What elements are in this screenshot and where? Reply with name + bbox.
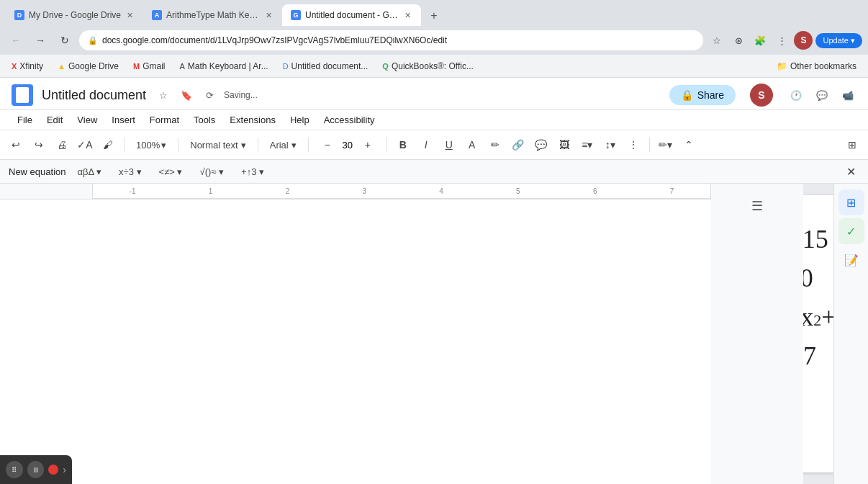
menu-help[interactable]: Help (284, 112, 315, 128)
history-icon[interactable]: 🕐 (787, 86, 805, 104)
redo-button[interactable]: ↪ (29, 135, 49, 155)
star-docs-icon[interactable]: ☆ (155, 86, 172, 104)
font-size-increase[interactable]: + (358, 135, 378, 155)
more-tb-button[interactable]: ⋮ (623, 135, 643, 155)
video-icon[interactable]: 📹 (839, 86, 856, 104)
notes-panel-icon[interactable]: 📝 (838, 247, 864, 273)
math-label: Math Keyboard | Ar... (188, 61, 268, 71)
share-button[interactable]: 🔒 Share (669, 85, 736, 105)
menu-format[interactable]: Format (144, 112, 185, 128)
tab-drive-close[interactable]: ✕ (125, 9, 135, 22)
xfinity-favicon: X (12, 62, 17, 71)
docs-logo (12, 84, 33, 106)
style-dropdown[interactable]: Normal text ▾ (184, 137, 251, 153)
menu-tools[interactable]: Tools (188, 112, 221, 128)
grid-icon[interactable]: ⠿ (6, 461, 23, 478)
outline-icon[interactable]: ☰ (751, 198, 763, 214)
bookmark-icon[interactable]: ⊛ (729, 31, 748, 50)
bookmark-untitled[interactable]: D Untitled document... (277, 58, 374, 74)
extension-icon[interactable]: 🧩 (751, 31, 769, 50)
doc-page-area[interactable]: 9+6=15 27≈30 f(x)=x2+5x+4 x=±√7 (803, 184, 833, 484)
tab-docs[interactable]: G Untitled document - Google Doc... ✕ (282, 4, 421, 26)
tab-drive[interactable]: D My Drive - Google Drive ✕ (6, 4, 143, 26)
menu-accessibility[interactable]: Accessibility (318, 112, 381, 128)
font-dropdown[interactable]: Arial ▾ (264, 137, 302, 153)
bookmark-xfinity[interactable]: X Xfinity (6, 58, 49, 74)
tab-arithtype[interactable]: A ArithmeType Math Keyboard - G... ✕ (143, 4, 282, 26)
bookmark-math[interactable]: A Math Keyboard | Ar... (173, 58, 273, 74)
more-icon[interactable]: ⋮ (772, 31, 791, 50)
menu-edit[interactable]: Edit (41, 112, 68, 128)
menu-insert[interactable]: Insert (106, 112, 141, 128)
saving-text: Saving... (224, 90, 258, 100)
tasks-panel-icon[interactable]: ✓ (838, 218, 864, 244)
comment-button[interactable]: 💬 (531, 135, 551, 155)
spellcheck-button[interactable]: ✓A (75, 135, 95, 155)
tab-arithtype-close[interactable]: ✕ (264, 9, 273, 22)
untitled-bm-label: Untitled document... (291, 61, 369, 71)
comment-icon[interactable]: 💬 (813, 86, 831, 104)
tab-docs-close[interactable]: ✕ (403, 9, 412, 22)
image-button[interactable]: 🖼 (554, 135, 574, 155)
italic-button[interactable]: I (416, 135, 436, 155)
eq-label: New equation (9, 166, 66, 177)
zoom-dropdown[interactable]: 100% ▾ (130, 138, 172, 152)
tab-arithtype-favicon: A (152, 10, 162, 20)
bookmark-drive[interactable]: ▲ Google Drive (52, 58, 125, 74)
record-button[interactable] (48, 465, 58, 475)
align-button[interactable]: ≡▾ (577, 135, 597, 155)
eq-arrows-button[interactable]: +↑3 ▾ (235, 164, 270, 179)
text-color-button[interactable]: A (462, 135, 482, 155)
font-size-decrease[interactable]: − (317, 135, 338, 155)
equation-bar: New equation αβΔ ▾ x÷3 ▾ <≠> ▾ √()≈ ▾ +↑… (0, 160, 868, 184)
profile-avatar[interactable]: S (794, 31, 813, 50)
paint-format-button[interactable]: 🖌 (98, 135, 118, 155)
undo-button[interactable]: ↩ (6, 135, 26, 155)
math-favicon: A (179, 62, 184, 71)
zoom-value: 100% (136, 140, 160, 151)
collapse-toolbar-button[interactable]: ⌃ (679, 135, 699, 155)
header-icons: ☆ 🔖 ⟳ Saving... (155, 86, 258, 104)
tab-bar: D My Drive - Google Drive ✕ A ArithmeTyp… (0, 0, 868, 26)
user-avatar[interactable]: S (750, 84, 773, 107)
eq-close-button[interactable]: ✕ (842, 163, 859, 180)
editing-mode-button[interactable]: ✏▾ (656, 135, 676, 155)
highlight-button[interactable]: ✏ (485, 135, 505, 155)
new-tab-button[interactable]: + (424, 6, 444, 26)
menu-view[interactable]: View (71, 112, 103, 128)
underline-button[interactable]: U (439, 135, 459, 155)
eq-math-button[interactable]: √()≈ ▾ (194, 164, 230, 179)
forward-button[interactable]: → (30, 30, 50, 50)
eq-greek-button[interactable]: αβΔ ▾ (72, 164, 108, 179)
back-button[interactable]: ← (6, 30, 26, 50)
separator-2 (178, 138, 178, 152)
sheets-panel-icon[interactable]: ⊞ (838, 189, 864, 215)
bookmark-docs-icon[interactable]: 🔖 (178, 86, 195, 104)
cursor-line (803, 380, 833, 414)
bookmark-quickbooks[interactable]: Q QuickBooks®: Offic... (376, 58, 479, 74)
play-pause-button[interactable]: ⏸ (27, 461, 45, 478)
bookmark-gmail[interactable]: M Gmail (127, 58, 171, 74)
eq-relations-button[interactable]: x÷3 ▾ (113, 164, 147, 179)
link-button[interactable]: 🔗 (508, 135, 528, 155)
drive-label: Google Drive (68, 61, 119, 71)
menu-extensions[interactable]: Extensions (224, 112, 281, 128)
address-bar[interactable]: 🔒 docs.google.com/document/d/1LVqJrp9Owv… (79, 30, 703, 50)
media-bar: ⠿ ⏸ › (0, 455, 72, 484)
refresh-button[interactable]: ↻ (55, 30, 75, 50)
menu-file[interactable]: File (12, 112, 38, 128)
spacing-button[interactable]: ↕▾ (600, 135, 620, 155)
print-button[interactable]: 🖨 (52, 135, 72, 155)
right-sidebar: ⊞ ✓ 📝 (833, 184, 868, 484)
star-icon[interactable]: ☆ (707, 31, 726, 50)
autosave-icon[interactable]: ⟳ (201, 86, 218, 104)
right-panel-toggle[interactable]: ⊞ (842, 135, 862, 155)
expand-media-arrow[interactable]: › (63, 464, 66, 475)
update-button[interactable]: Update ▾ (815, 33, 862, 48)
eq-compare-button[interactable]: <≠> ▾ (153, 164, 189, 179)
gmail-favicon: M (133, 62, 140, 71)
math-line-1: 9+6=15 (803, 224, 833, 254)
pause-icon: ⏸ (32, 466, 40, 474)
bold-button[interactable]: B (393, 135, 413, 155)
other-bookmarks[interactable]: 📁 Other bookmarks (771, 58, 862, 74)
